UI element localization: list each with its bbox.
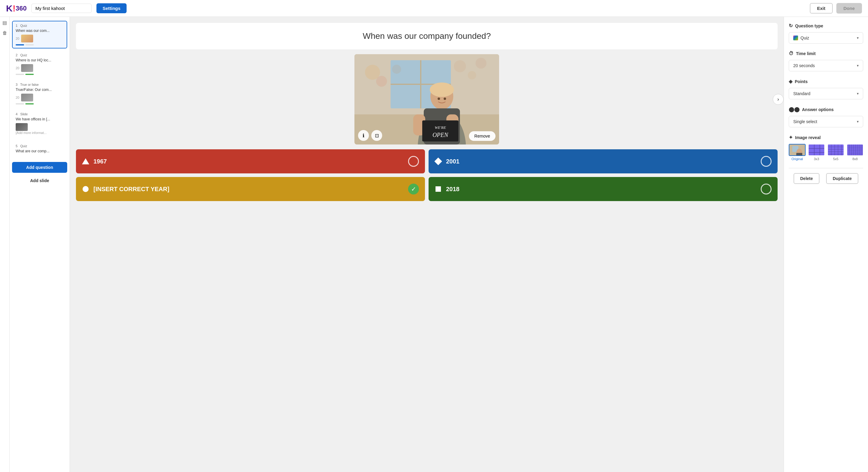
q3-preview-img (21, 94, 33, 101)
answer-3-text: [INSERT CORRECT YEAR] (93, 186, 169, 193)
q4-preview-img (16, 123, 28, 131)
reveal-3x3-label: 3x3 (814, 157, 819, 161)
q5-title: What are our comp... (16, 149, 64, 153)
answer-options-title: ⬤⬤ Answer options (789, 107, 863, 112)
center-content: When was our company founded? (70, 17, 784, 472)
quiz-color-icon (793, 36, 798, 40)
sidebar-item-3[interactable]: 3 True or false True/False: Our com... 2… (12, 80, 67, 107)
right-panel: ↻ Question type Quiz ▾ ⏱ Time limit 20 s… (784, 17, 868, 472)
reveal-5x5[interactable]: 5x5 (827, 144, 844, 161)
add-question-button[interactable]: Add question (12, 162, 67, 173)
trash-icon[interactable]: 🗑 (2, 30, 7, 36)
remove-button[interactable]: Remove (469, 131, 495, 141)
question-type-section: ↻ Question type Quiz ▾ (789, 23, 863, 44)
main-layout: ▤ 🗑 1 Quiz When was our com... 20 (0, 17, 868, 472)
answer-1-icon (82, 158, 89, 165)
svg-rect-40 (847, 144, 864, 156)
points-select[interactable]: Standard ▾ (789, 88, 863, 99)
triangle-icon (82, 158, 89, 164)
q5-header: 5 Quiz (16, 144, 64, 148)
answer-3-circle-correct: ✓ (408, 183, 419, 195)
q1-title: When was our com... (16, 29, 64, 33)
crop-button[interactable]: ⊡ (371, 130, 382, 141)
expand-button[interactable]: › (773, 94, 784, 105)
question-type-select[interactable]: Quiz ▾ (789, 32, 863, 44)
exit-button[interactable]: Exit (810, 3, 833, 13)
checkmark-icon: ✓ (411, 186, 416, 193)
answer-options-section: ⬤⬤ Answer options Single select ▾ (789, 107, 863, 127)
answer-3-icon (82, 186, 89, 193)
svg-point-10 (475, 58, 487, 69)
answer-4-text: 2018 (446, 186, 460, 193)
answer-options-select[interactable]: Single select ▾ (789, 116, 863, 127)
points-section: ◈ Points Standard ▾ (789, 78, 863, 99)
quiz-icon: Quiz (793, 36, 809, 40)
q4-header: 4 Slide (16, 112, 64, 116)
points-chevron-icon: ▾ (857, 92, 859, 96)
circle-icon (83, 186, 89, 192)
answer-4-circle (761, 183, 772, 195)
svg-point-13 (430, 82, 454, 97)
reveal-5x5-label: 5x5 (833, 157, 838, 161)
duplicate-button[interactable]: Duplicate (826, 173, 858, 184)
answer-2-icon (435, 158, 442, 165)
add-slide-button[interactable]: Add slide (12, 176, 67, 186)
question-title-text: When was our company founded? (363, 31, 491, 41)
points-title: ◈ Points (789, 78, 863, 84)
q3-header: 3 True or false (16, 83, 64, 87)
reveal-8x8[interactable]: 8x8 (846, 144, 864, 161)
answer-card-4[interactable]: 2018 (429, 177, 778, 201)
sidebar-item-5[interactable]: 5 Quiz What are our comp... (12, 141, 67, 158)
answer-card-1[interactable]: 1967 (76, 149, 425, 173)
info-button[interactable]: ℹ (358, 130, 369, 141)
answer-card-3[interactable]: [INSERT CORRECT YEAR] ✓ (76, 177, 425, 201)
question-type-title: ↻ Question type (789, 23, 863, 29)
expand-icon: › (777, 97, 779, 102)
reveal-original-thumb (789, 144, 806, 156)
q2-header: 2 Quiz (16, 53, 64, 57)
sidebar-item-1[interactable]: 1 Quiz When was our com... 20 (12, 21, 67, 48)
chevron-down-icon: ▾ (857, 36, 859, 40)
q4-subtitle: [Add more informat... (16, 131, 64, 135)
answer-1-left: 1967 (82, 158, 107, 165)
q1-preview: 20 (16, 35, 64, 42)
question-image: WE'RE OPEN ℹ ⊡ (354, 54, 499, 144)
reveal-3x3[interactable]: 3x3 (808, 144, 825, 161)
answer-2-circle (761, 156, 772, 167)
answer-card-2[interactable]: 2001 (429, 149, 778, 173)
svg-rect-25 (796, 153, 802, 156)
answer-4-icon (435, 186, 442, 193)
question-title-box[interactable]: When was our company founded? (76, 23, 778, 49)
square-icon (435, 186, 441, 192)
reveal-8x8-thumb (846, 144, 864, 156)
crop-icon: ⊡ (375, 133, 379, 138)
question-type-icon: ↻ (789, 23, 793, 29)
time-limit-section: ⏱ Time limit 20 seconds ▾ (789, 51, 863, 71)
q4-title: We have offices in [... (16, 117, 64, 121)
svg-text:OPEN: OPEN (433, 132, 449, 138)
svg-point-7 (392, 65, 401, 74)
sidebar-item-4[interactable]: 4 Slide We have offices in [... [Add mor… (12, 109, 67, 139)
answers-grid: 1967 2001 [I (76, 149, 778, 201)
reveal-original[interactable]: Original (789, 144, 806, 161)
answer-2-text: 2001 (446, 158, 460, 165)
q3-title: True/False: Our com... (16, 88, 64, 92)
q2-title: Where is our HQ loc... (16, 58, 64, 62)
time-limit-select[interactable]: 20 seconds ▾ (789, 60, 863, 71)
layers-icon[interactable]: ▤ (2, 20, 7, 26)
answer-2-left: 2001 (435, 158, 460, 165)
sidebar-item-2[interactable]: 2 Quiz Where is our HQ loc... 20 (12, 50, 67, 78)
info-icon: ℹ (363, 133, 364, 138)
image-controls: ℹ ⊡ (358, 130, 382, 141)
time-limit-title: ⏱ Time limit (789, 51, 863, 56)
settings-button[interactable]: Settings (96, 3, 126, 13)
logo-360: 360 (16, 4, 27, 12)
done-button[interactable]: Done (836, 3, 862, 13)
kahoot-title-input[interactable] (31, 4, 92, 13)
topbar-left: K!360 Settings (6, 3, 127, 13)
time-chevron-icon: ▾ (857, 64, 859, 68)
svg-rect-26 (809, 144, 825, 156)
q2-preview: 20 (16, 64, 64, 72)
delete-button[interactable]: Delete (794, 173, 819, 184)
panel-bottom: Delete Duplicate (789, 168, 863, 189)
